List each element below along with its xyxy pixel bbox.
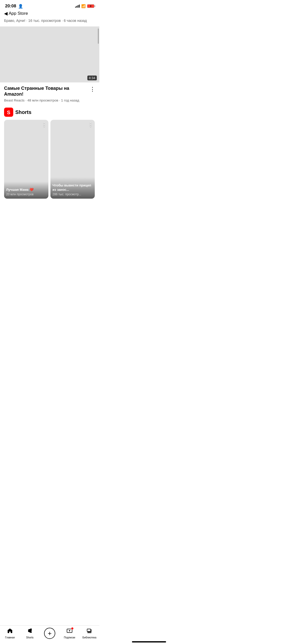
video-thumbnail[interactable]: 8:34 [0,26,99,82]
prev-video-meta: Браво, Арчи! · 16 тыс. просмотров · 6 ча… [4,18,95,23]
back-label: App Store [9,11,28,16]
shorts-header: S Shorts [4,108,95,117]
short-card-2[interactable]: ⋮ Чтобы вывести прицеп из занос... 286 т… [50,120,95,199]
back-arrow-icon: ◀ [4,11,8,16]
status-bar: 20:08 👤 📶 9 [0,0,99,10]
back-navigation[interactable]: ◀ App Store [0,10,99,18]
signal-icon [75,5,80,8]
status-time-area: 20:08 👤 [5,4,23,9]
video-info-section: Самые Странные Товары на Amazon! Beast R… [0,82,99,105]
short-card-2-inner: ⋮ Чтобы вывести прицеп из занос... 286 т… [50,120,95,199]
shorts-section-title: Shorts [15,109,31,115]
short-card-1-more[interactable]: ⋮ [42,122,46,127]
shorts-logo-icon: S [4,108,13,117]
wifi-icon: 📶 [81,4,86,8]
svg-text:S: S [7,110,10,115]
short-card-2-overlay: Чтобы вывести прицеп из занос... 286 тыс… [50,177,95,199]
shorts-row: ⋮ Лучшая Мама ❤️ 20 млн просмотров ⋮ Что… [4,120,95,199]
short-card-1-inner: ⋮ Лучшая Мама ❤️ 20 млн просмотров [4,120,48,199]
short-card-2-more[interactable]: ⋮ [88,122,93,127]
scrollbar [98,28,99,44]
video-text-block: Самые Странные Товары на Amazon! Beast R… [4,85,90,103]
video-meta: Beast Reacts · 48 млн просмотров · 1 год… [4,98,90,103]
short-card-1-overlay: Лучшая Мама ❤️ 20 млн просмотров [4,182,48,199]
shorts-section: S Shorts ⋮ Лучшая Мама ❤️ 20 млн просмот… [0,105,99,199]
short-card-1-title: Лучшая Мама ❤️ [6,188,46,192]
video-duration: 8:34 [87,76,97,80]
status-icons: 📶 9 [75,4,94,8]
time: 20:08 [5,4,16,9]
more-options-button[interactable]: ⋮ [90,86,95,93]
battery-icon: 9 [87,4,94,8]
short-card-2-title: Чтобы вывести прицеп из занос... [52,183,93,192]
person-icon: 👤 [18,4,23,9]
short-card-2-views: 286 тыс. просмотр... [52,193,93,196]
video-title[interactable]: Самые Странные Товары на Amazon! [4,85,90,97]
short-card-1[interactable]: ⋮ Лучшая Мама ❤️ 20 млн просмотров [4,120,48,199]
short-card-1-views: 20 млн просмотров [6,193,46,196]
prev-video-info: Браво, Арчи! · 16 тыс. просмотров · 6 ча… [0,18,99,26]
